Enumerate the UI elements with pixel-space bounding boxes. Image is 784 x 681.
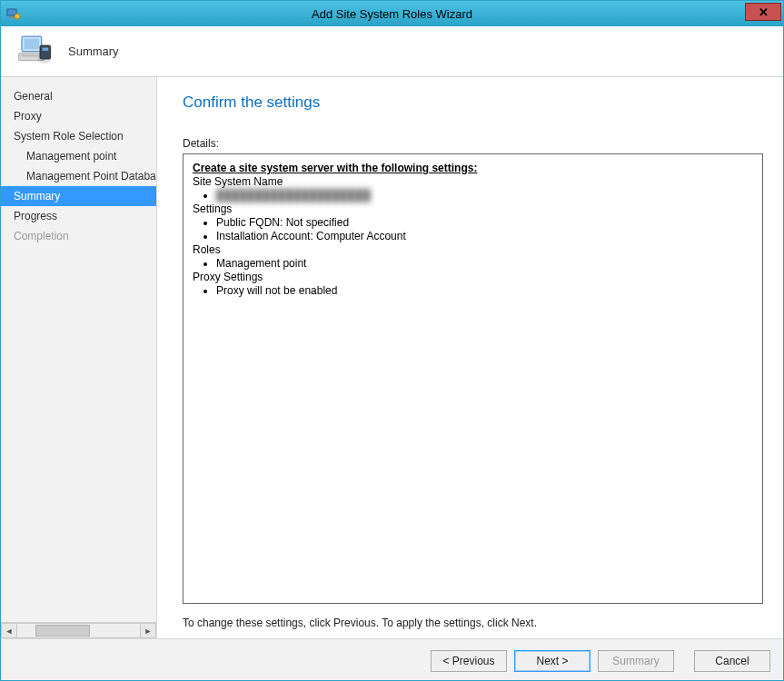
details-headline: Create a site system server with the fol… bbox=[193, 162, 753, 175]
close-button[interactable]: ✕ bbox=[745, 3, 781, 21]
svg-rect-9 bbox=[43, 48, 49, 51]
site-system-name-value: ████████████████████ bbox=[216, 189, 753, 202]
svg-rect-8 bbox=[40, 45, 51, 59]
previous-button[interactable]: < Previous bbox=[431, 650, 507, 672]
settings-item: Installation Account: Computer Account bbox=[216, 230, 753, 243]
sidebar-horizontal-scrollbar[interactable]: ◄ ► bbox=[1, 622, 156, 638]
svg-rect-1 bbox=[9, 16, 15, 18]
nav-item-management-point[interactable]: Management point bbox=[1, 146, 156, 166]
wizard-header: Summary bbox=[1, 26, 783, 77]
nav-sidebar: General Proxy System Role Selection Mana… bbox=[1, 77, 157, 638]
scroll-right-button[interactable]: ► bbox=[140, 623, 156, 638]
next-button[interactable]: Next > bbox=[514, 650, 590, 672]
nav-item-system-role-selection[interactable]: System Role Selection bbox=[1, 126, 156, 146]
window-title: Add Site System Roles Wizard bbox=[1, 7, 783, 21]
proxy-item: Proxy will not be enabled bbox=[216, 284, 753, 298]
details-label: Details: bbox=[183, 137, 763, 150]
cancel-button[interactable]: Cancel bbox=[694, 650, 770, 672]
computer-icon bbox=[17, 32, 54, 71]
nav-item-management-point-database[interactable]: Management Point Database bbox=[1, 166, 156, 186]
nav-item-general[interactable]: General bbox=[1, 86, 156, 106]
nav-item-summary[interactable]: Summary bbox=[1, 186, 156, 206]
settings-section-label: Settings bbox=[193, 202, 753, 216]
window-titlebar: Add Site System Roles Wizard ✕ bbox=[1, 1, 783, 26]
roles-section-label: Roles bbox=[193, 243, 753, 257]
page-heading: Confirm the settings bbox=[183, 94, 763, 112]
nav-item-progress[interactable]: Progress bbox=[1, 206, 156, 226]
close-icon: ✕ bbox=[759, 5, 769, 19]
wizard-footer: < Previous Next > Summary Cancel bbox=[1, 638, 783, 681]
hint-text: To change these settings, click Previous… bbox=[183, 617, 763, 629]
svg-point-2 bbox=[15, 14, 20, 19]
details-box[interactable]: Create a site system server with the fol… bbox=[183, 153, 763, 604]
settings-item: Public FQDN: Not specified bbox=[216, 216, 753, 230]
wizard-body: General Proxy System Role Selection Mana… bbox=[1, 77, 783, 638]
roles-item: Management point bbox=[216, 257, 753, 271]
nav-item-completion: Completion bbox=[1, 226, 156, 246]
app-icon bbox=[6, 6, 21, 21]
scroll-track[interactable] bbox=[17, 623, 140, 638]
proxy-section-label: Proxy Settings bbox=[193, 271, 753, 284]
scroll-left-button[interactable]: ◄ bbox=[1, 623, 17, 638]
step-title: Summary bbox=[68, 44, 119, 58]
svg-rect-4 bbox=[25, 39, 40, 50]
summary-button: Summary bbox=[598, 650, 674, 672]
scroll-thumb[interactable] bbox=[35, 625, 90, 637]
main-panel: Confirm the settings Details: Create a s… bbox=[157, 77, 783, 638]
site-system-name-label: Site System Name bbox=[193, 175, 753, 189]
nav-item-proxy[interactable]: Proxy bbox=[1, 106, 156, 126]
